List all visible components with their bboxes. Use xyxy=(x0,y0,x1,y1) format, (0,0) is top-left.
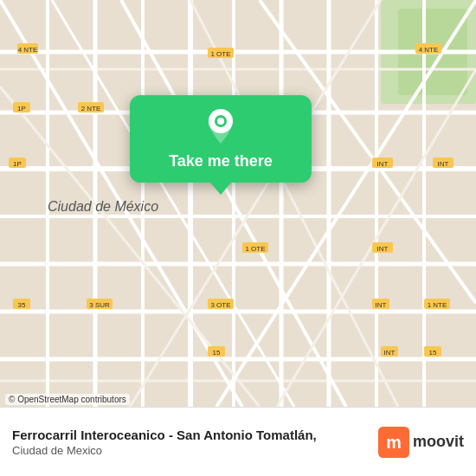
svg-text:INT: INT xyxy=(384,349,396,357)
location-pin-icon xyxy=(205,107,236,145)
svg-text:15: 15 xyxy=(213,349,221,357)
svg-text:3 SUR: 3 SUR xyxy=(89,301,110,309)
svg-point-68 xyxy=(217,118,224,125)
moovit-logo: m moovit xyxy=(378,427,464,458)
svg-text:INT: INT xyxy=(376,301,387,309)
svg-text:3 OTE: 3 OTE xyxy=(210,301,230,309)
svg-text:1P: 1P xyxy=(13,160,22,168)
svg-text:1 OTE: 1 OTE xyxy=(210,50,230,58)
svg-text:2 NTE: 2 NTE xyxy=(81,105,101,113)
svg-text:m: m xyxy=(386,433,402,452)
svg-text:4 NTE: 4 NTE xyxy=(419,46,439,54)
map-container: 4 NTE 4 NTE 1P 2 NTE 1P INT INT 1 OTE IN… xyxy=(0,0,476,407)
take-me-there-popup[interactable]: Take me there xyxy=(130,95,312,183)
svg-text:4 NTE: 4 NTE xyxy=(18,46,38,54)
svg-text:INT: INT xyxy=(438,160,449,168)
place-info: Ferrocarril Interoceanico - San Antonio … xyxy=(12,427,317,457)
svg-text:1 NTE: 1 NTE xyxy=(428,301,447,309)
place-name: Ferrocarril Interoceanico - San Antonio … xyxy=(12,427,317,444)
svg-text:INT: INT xyxy=(377,245,389,253)
osm-credit: © OpenStreetMap contributors xyxy=(5,394,130,405)
place-city: Ciudad de Mexico xyxy=(12,444,317,457)
svg-text:1 OTE: 1 OTE xyxy=(245,245,265,253)
bottom-bar: Ferrocarril Interoceanico - San Antonio … xyxy=(0,407,476,476)
svg-text:15: 15 xyxy=(429,349,437,357)
city-label: Ciudad de México xyxy=(48,199,158,215)
svg-text:INT: INT xyxy=(377,160,389,168)
svg-text:35: 35 xyxy=(18,301,26,309)
moovit-text: moovit xyxy=(413,433,464,451)
svg-text:1P: 1P xyxy=(17,105,26,113)
moovit-icon: m xyxy=(378,427,409,458)
take-me-there-label: Take me there xyxy=(169,152,273,170)
